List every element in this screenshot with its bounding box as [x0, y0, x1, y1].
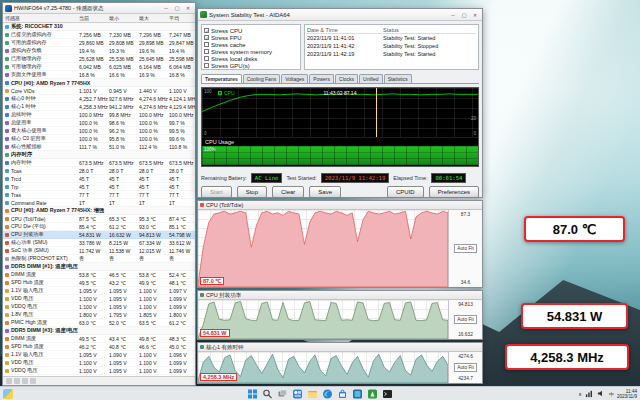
panel-titlebar[interactable]: 核心1 有效时钟 [198, 343, 482, 352]
sensor-row[interactable]: 核心 C0 驻留率100.0 %95.8 %100.0 %99.6 % [3, 135, 195, 143]
sensor-row[interactable]: 核心1 时钟4,258.3 MHz941.2 MHz4,274.6 MHz4,1… [3, 103, 195, 111]
panel-titlebar[interactable]: CPU 封装功率 [198, 291, 482, 300]
tab-unified[interactable]: Unified [359, 74, 383, 83]
preferences-button[interactable]: Preferences [429, 186, 479, 198]
stress-option[interactable]: Stress system memory [204, 48, 298, 55]
sensor-row[interactable]: 已提交的虚拟内存7,256 MB7,230 MB7,296 MB7,247 MB [3, 31, 195, 39]
tab-statistics[interactable]: Statistics [384, 74, 412, 83]
tab-powers[interactable]: Powers [309, 74, 334, 83]
auto-fit-button[interactable]: Auto Fit [454, 315, 477, 324]
stress-option[interactable]: Stress cache [204, 41, 298, 48]
explorer-icon[interactable] [308, 389, 318, 399]
sensor-row[interactable]: PMIC High 温度63.0 ℃52.0 ℃63.5 ℃61.2 ℃ [3, 319, 195, 327]
sensor-row[interactable]: VDD 电压1.100 V1.095 V1.100 V1.099 V [3, 295, 195, 303]
stress-option[interactable]: ✓Stress CPU [204, 27, 298, 34]
maximize-icon[interactable]: ▢ [459, 11, 469, 19]
stress-option[interactable]: Stress local disks [204, 55, 298, 62]
task-view-icon[interactable] [278, 389, 288, 399]
edge-icon[interactable] [323, 389, 333, 399]
sensor-section-header[interactable]: DDR5 DIMM [#3]: 温度/电压 [3, 327, 195, 335]
store-icon[interactable] [338, 389, 348, 399]
terminal-icon[interactable] [383, 389, 393, 399]
tab-clocks[interactable]: Clocks [335, 74, 358, 83]
network-icon[interactable] [585, 389, 594, 399]
tab-temperatures[interactable]: Temperatures [201, 74, 242, 83]
sensor-row[interactable]: 核心功率 (SMU)33.786 W8.215 W67.334 W33.612 … [3, 239, 195, 247]
maximize-icon[interactable]: ▢ [172, 4, 182, 12]
sensor-row[interactable]: 1.1V 输入电压1.095 V1.095 V1.100 V1.097 V [3, 287, 195, 295]
save-button[interactable]: Save [309, 186, 341, 198]
sensor-row[interactable]: 可用的虚拟内存29,860 MB29,808 MB29,898 MB29,847… [3, 39, 195, 47]
ime-indicator[interactable]: 中 [609, 391, 614, 397]
sensor-row[interactable]: CPU (Tctl/Tdie)87.5 ℃65.3 ℃95.3 ℃87.4 ℃ [3, 215, 195, 223]
sensor-section-header[interactable]: CPU [#0]: AMD Ryzen 7 7745HX: 增强 [3, 207, 195, 215]
sensor-row[interactable]: 虚拟内存负载19.4 %19.3 %19.6 %19.4 % [3, 47, 195, 55]
tab-voltages[interactable]: Voltages [281, 74, 308, 83]
minimize-icon[interactable]: ─ [161, 4, 171, 12]
sensor-row[interactable]: VDDQ 电压1.100 V1.095 V1.100 V1.099 V [3, 303, 195, 311]
sensor-section-header[interactable]: 内存时序 [3, 151, 195, 159]
taskbar-clock[interactable]: 11:44 2023/11/9 [617, 389, 637, 400]
graph-cursor[interactable] [376, 88, 377, 137]
hwinfo-icon[interactable] [353, 389, 363, 399]
sensor-row[interactable]: CPU 封装功率54.831 W16.632 W94.813 W54.798 W [3, 231, 195, 239]
sensor-row[interactable]: VDD 电压1.100 V1.095 V1.100 V1.099 V [3, 359, 195, 367]
sensor-row[interactable]: 已用物理内存25,628 MB25,536 MB25,645 MB25,598 … [3, 55, 195, 63]
sensor-section-header[interactable]: 系统: RICOCHET 310 [3, 23, 195, 31]
sensor-row[interactable]: 1.1V 输入电压1.095 V1.090 V1.100 V1.096 V [3, 351, 195, 359]
close-icon[interactable]: ✕ [183, 4, 193, 12]
sensor-row[interactable]: VDDQ 电压1.100 V1.095 V1.100 V1.099 V [3, 367, 195, 375]
sensor-row[interactable]: Tras77 T77 T77 T77 T [3, 191, 195, 199]
sensor-row[interactable]: 总线时钟100.0 MHz99.8 MHz100.0 MHz100.0 MHz [3, 111, 195, 119]
panel-titlebar[interactable]: CPU (Tctl/Tdie) [198, 201, 482, 210]
widgets-icon[interactable] [293, 389, 303, 399]
sensor-row[interactable]: 可用物理内存6,042 MB6,025 MB6,164 MB6,064 MB [3, 63, 195, 71]
stress-option[interactable]: Stress GPU(s) [204, 62, 298, 69]
sensor-row[interactable]: Command Rate1T1T1T1T [3, 199, 195, 207]
sensor-row[interactable]: SPD Hub 温度49.5 ℃43.2 ℃49.9 ℃48.1 ℃ [3, 279, 195, 287]
auto-fit-button[interactable]: Auto Fit [454, 244, 477, 253]
clear-button[interactable]: Clear [272, 186, 304, 198]
log-icon[interactable] [22, 378, 28, 384]
close-icon[interactable]: ✕ [470, 11, 480, 19]
sensor-row[interactable]: 1.8V 电压1.800 V1.795 V1.805 V1.800 V [3, 311, 195, 319]
sensor-row[interactable]: Trcd45 T45 T45 T45 T [3, 175, 195, 183]
sensor-row[interactable]: Tcas28.0 T28.0 T28.0 T28.0 T [3, 167, 195, 175]
sensor-row[interactable]: SPD Hub 温度46.2 ℃40.8 ℃46.6 ℃45.0 ℃ [3, 343, 195, 351]
tray-chevron-icon[interactable]: ∧ [578, 391, 582, 397]
auto-fit-button[interactable]: Auto Fit [454, 363, 477, 372]
hwinfo-titlebar[interactable]: HWiNFO64 v7.25-4780 - 传感器状态 ─ ▢ ✕ [3, 3, 195, 14]
aida64-icon[interactable] [368, 389, 378, 399]
sensor-row[interactable]: CPU Die (平均)85.4 ℃61.2 ℃93.0 ℃85.1 ℃ [3, 223, 195, 231]
cpu-usage-graph[interactable]: 100% [202, 146, 478, 165]
reset-icon[interactable] [14, 378, 20, 384]
cpuid-button[interactable]: CPUID [387, 186, 424, 198]
sensor-row[interactable]: Core VIDs1.101 V0.945 V1.440 V1.100 V [3, 87, 195, 95]
sensor-row[interactable]: DIMM 温度53.8 ℃46.5 ℃53.8 ℃52.4 ℃ [3, 271, 195, 279]
start-icon[interactable] [248, 389, 258, 399]
sensor-row[interactable]: 核心0 时钟4,252.7 MHz927.6 MHz4,274.6 MHz4,1… [3, 95, 195, 103]
sensor-section-header[interactable]: CPU [#0]: AMD Ryzen 7 7745HX [3, 79, 195, 87]
sensor-row[interactable]: 热限制 (PROCHOT EXT)否否否否 [3, 255, 195, 263]
sensor-row[interactable]: DIMM 温度49.5 ℃43.4 ℃49.8 ℃48.3 ℃ [3, 335, 195, 343]
sensor-row[interactable]: 页面文件使用率16.8 %16.6 %16.9 %16.8 % [3, 71, 195, 79]
stop-button[interactable]: Stop [237, 186, 267, 198]
sensor-section-header[interactable]: DDR5 DIMM [#1]: 温度/电压 [3, 263, 195, 271]
cpu-legend-checkbox[interactable]: CPU [218, 90, 235, 96]
volume-icon[interactable] [597, 389, 606, 399]
weather-widget[interactable] [3, 389, 13, 399]
clock-icon[interactable] [6, 378, 12, 384]
sensor-row[interactable]: 总使用率100.0 %98.6 %100.0 %99.7 % [3, 119, 195, 127]
settings-icon[interactable] [30, 378, 36, 384]
search-icon[interactable] [263, 389, 273, 399]
sensor-row[interactable]: 内存时钟673.5 MHz673.5 MHz673.5 MHz673.5 MHz [3, 159, 195, 167]
tab-cooling-fans[interactable]: Cooling Fans [243, 74, 280, 83]
sensor-row[interactable]: SoC 功率 (SMU)11.742 W11.538 W12.015 W11.7… [3, 247, 195, 255]
temperature-graph[interactable]: 100 0 20 0 CPU 11:43:02 87.14 [202, 88, 478, 138]
minimize-icon[interactable]: ─ [448, 11, 458, 19]
sensor-row[interactable]: 核心性能指标111.7 %51.0 %112.4 %110.8 % [3, 143, 195, 151]
sensor-row[interactable]: Trp45 T45 T45 T45 T [3, 183, 195, 191]
stress-option[interactable]: ✓Stress FPU [204, 34, 298, 41]
aida64-titlebar[interactable]: System Stability Test - AIDA64 ─ ▢ ✕ [198, 9, 482, 21]
sensor-row[interactable]: 最大核心使用率100.0 %96.2 %100.0 %99.5 % [3, 127, 195, 135]
